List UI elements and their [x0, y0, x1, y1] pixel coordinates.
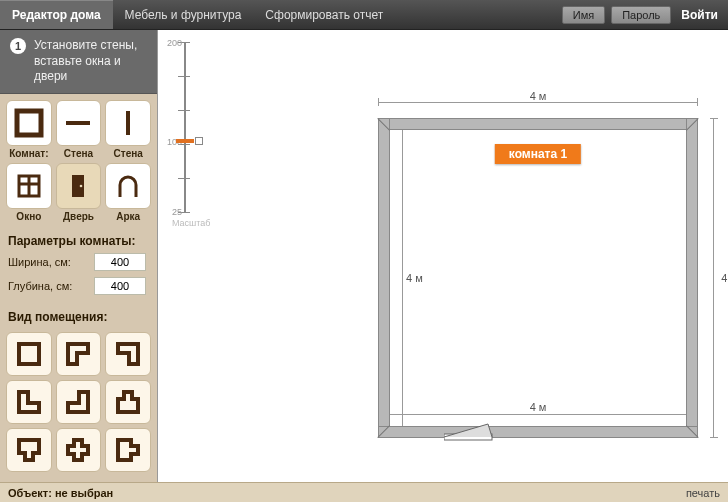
tool-arch[interactable] [105, 163, 151, 209]
param-depth-input[interactable] [94, 277, 146, 295]
top-bar: Редактор дома Мебель и фурнитура Сформир… [0, 0, 728, 30]
tool-wall-h[interactable] [56, 100, 102, 146]
step-header: 1 Установите стены, вставьте окна и двер… [0, 30, 157, 94]
shape-l-br[interactable] [6, 380, 52, 424]
status-text: Объект: не выбран [8, 487, 113, 499]
svg-rect-1 [66, 121, 90, 125]
svg-rect-2 [126, 111, 130, 135]
tool-room-label: Комнат: [6, 146, 52, 159]
shape-l-tr[interactable] [56, 332, 102, 376]
shape-l-tl[interactable] [105, 332, 151, 376]
ruler-min: 25 [172, 207, 182, 217]
svg-rect-8 [19, 344, 39, 364]
tab-home-editor[interactable]: Редактор дома [0, 0, 113, 29]
tool-window[interactable] [6, 163, 52, 209]
wall-left[interactable] [378, 118, 390, 438]
shape-square[interactable] [6, 332, 52, 376]
dim-right: 4 м [721, 272, 728, 284]
tool-wall-v[interactable] [105, 100, 151, 146]
shapes-title: Вид помещения: [0, 304, 157, 326]
shape-l-bl[interactable] [56, 380, 102, 424]
wall-v-icon [112, 107, 144, 139]
ruler-handle[interactable] [195, 137, 203, 145]
door-icon [62, 170, 94, 202]
main-tabs: Редактор дома Мебель и фурнитура Сформир… [0, 0, 395, 29]
dim-left: 4 м [406, 272, 423, 284]
wall-h-icon [62, 107, 94, 139]
sidebar: 1 Установите стены, вставьте окна и двер… [0, 30, 158, 482]
tool-wall-v-label: Стена [105, 146, 151, 159]
tool-arch-label: Арка [105, 209, 151, 222]
window-icon [13, 170, 45, 202]
svg-rect-0 [17, 111, 41, 135]
step-number: 1 [10, 38, 26, 54]
shape-t-down[interactable] [6, 428, 52, 472]
tool-room[interactable] [6, 100, 52, 146]
param-width-label: Ширина, см: [8, 256, 88, 268]
params-title: Параметры комнаты: [0, 228, 157, 250]
wall-right[interactable] [686, 118, 698, 438]
tool-palette: Комнат: Стена Стена Окно [0, 94, 157, 228]
step-text: Установите стены, вставьте окна и двери [34, 38, 147, 85]
tab-furniture[interactable]: Мебель и фурнитура [113, 0, 254, 29]
scale-ruler[interactable]: 200 100 25 Масштаб [170, 42, 200, 212]
arch-icon [112, 170, 144, 202]
room[interactable]: комната 1 4 м 4 м 4 м 4 м [378, 118, 698, 438]
login-link[interactable]: Войти [677, 8, 718, 22]
tool-door-label: Дверь [56, 209, 102, 222]
ruler-caption: Масштаб [172, 218, 211, 228]
status-bar: Объект: не выбран печать [0, 482, 728, 502]
password-button[interactable]: Пароль [611, 6, 671, 24]
tool-window-label: Окно [6, 209, 52, 222]
dim-top: 4 м [530, 90, 547, 102]
dim-bottom: 4 м [530, 401, 547, 413]
door[interactable] [444, 418, 500, 442]
shape-plus[interactable] [56, 428, 102, 472]
ruler-marker[interactable] [176, 139, 194, 143]
print-link[interactable]: печать [686, 487, 720, 499]
shape-grid [0, 326, 157, 478]
wall-bottom[interactable] [378, 426, 698, 438]
tool-door[interactable] [56, 163, 102, 209]
room-icon [13, 107, 45, 139]
name-button[interactable]: Имя [562, 6, 605, 24]
wall-top[interactable] [378, 118, 698, 130]
param-depth-label: Глубина, см: [8, 280, 88, 292]
shape-t-right[interactable] [105, 428, 151, 472]
ruler-max: 200 [167, 38, 182, 48]
svg-point-7 [80, 184, 83, 187]
shape-t-up[interactable] [105, 380, 151, 424]
canvas[interactable]: 200 100 25 Масштаб комната 1 [158, 30, 728, 482]
tool-wall-h-label: Стена [56, 146, 102, 159]
param-width-input[interactable] [94, 253, 146, 271]
tab-report[interactable]: Сформировать отчет [253, 0, 395, 29]
auth-area: Имя Пароль Войти [562, 6, 728, 24]
room-label[interactable]: комната 1 [495, 144, 581, 164]
